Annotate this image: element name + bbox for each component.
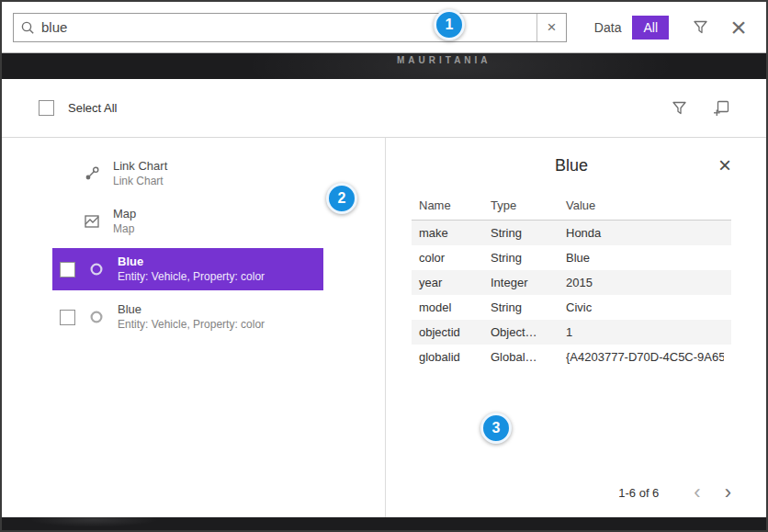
- clear-search-button[interactable]: ×: [536, 14, 566, 41]
- pagination: 1-6 of 6 ‹ ›: [618, 482, 731, 503]
- prev-page-button[interactable]: ‹: [694, 482, 700, 503]
- close-search-button[interactable]: ×: [722, 11, 755, 44]
- annotation-badge-3: 3: [480, 413, 512, 444]
- scope-data-segment[interactable]: Data: [583, 16, 633, 40]
- attr-value: {A4203777-D70D-4C5C-9A65-C…: [566, 350, 724, 364]
- results-list: Link Chart Link Chart Map Map: [52, 153, 323, 338]
- attr-type: Integer: [491, 276, 566, 289]
- attr-value: Blue: [566, 251, 724, 265]
- attr-type: Object…: [491, 325, 566, 339]
- table-row: color String Blue: [412, 245, 731, 270]
- result-checkbox[interactable]: [60, 310, 75, 325]
- attr-value: 1: [566, 325, 724, 339]
- results-filter-button[interactable]: [672, 100, 687, 116]
- result-subtitle: Entity: Vehicle, Property: color: [118, 318, 265, 333]
- list-item-map[interactable]: Map Map: [52, 200, 323, 243]
- annotation-badge-1: 1: [434, 9, 465, 40]
- result-title: Link Chart: [113, 159, 167, 175]
- next-page-button[interactable]: ›: [725, 482, 731, 503]
- attr-name: model: [419, 300, 491, 314]
- table-row: objectid Object… 1: [412, 320, 731, 345]
- attr-type: String: [491, 300, 566, 314]
- filter-icon: [693, 19, 708, 35]
- attr-name: color: [419, 251, 491, 265]
- panel-content: Link Chart Link Chart Map Map: [2, 138, 766, 517]
- result-checkbox[interactable]: [60, 262, 75, 277]
- panel-header-icons: [672, 100, 729, 117]
- detail-header: Blue ×: [412, 153, 731, 178]
- attr-type: String: [491, 251, 566, 265]
- result-text: Link Chart Link Chart: [113, 159, 167, 188]
- result-title: Blue: [118, 302, 265, 318]
- result-text: Blue Entity: Vehicle, Property: color: [118, 255, 265, 284]
- result-subtitle: Entity: Vehicle, Property: color: [118, 270, 265, 285]
- attr-name: make: [419, 226, 491, 240]
- search-bar: blue × Data All ×: [2, 2, 766, 53]
- list-item-link-chart[interactable]: Link Chart Link Chart: [52, 153, 323, 195]
- results-panel: Select All: [2, 79, 766, 517]
- attr-type: String: [491, 226, 566, 240]
- close-detail-button[interactable]: ×: [718, 153, 731, 178]
- result-title: Blue: [118, 255, 265, 270]
- attribute-table: Name Type Value make String Honda color …: [412, 193, 731, 369]
- search-input-box[interactable]: blue ×: [13, 13, 567, 42]
- select-all-checkbox[interactable]: [39, 100, 54, 116]
- result-subtitle: Link Chart: [113, 175, 167, 189]
- attr-name: objectid: [419, 325, 491, 339]
- result-text: Blue Entity: Vehicle, Property: color: [118, 302, 265, 332]
- attr-name: year: [419, 276, 491, 289]
- link-chart-icon: [82, 165, 102, 182]
- attr-type: Global…: [491, 350, 566, 364]
- scope-all-segment[interactable]: All: [632, 16, 669, 40]
- map-icon: [82, 213, 102, 230]
- result-text: Map Map: [113, 207, 136, 236]
- detail-title: Blue: [555, 156, 588, 175]
- attr-name: globalid: [419, 350, 491, 364]
- result-subtitle: Map: [113, 222, 136, 237]
- detail-panel: Blue × Name Type Value make String Honda: [385, 138, 766, 517]
- search-icon: [14, 20, 41, 35]
- filter-icon: [672, 100, 687, 116]
- result-title: Map: [113, 207, 136, 222]
- column-header: Value: [566, 198, 724, 212]
- entity-icon: [86, 262, 107, 277]
- results-panel-header: Select All: [2, 79, 766, 138]
- map-country-label: MAURITANIA: [397, 55, 491, 65]
- column-header: Type: [491, 198, 566, 212]
- attribute-table-header: Name Type Value: [412, 193, 731, 221]
- search-scope-segments: Data All: [583, 16, 669, 40]
- table-row: globalid Global… {A4203777-D70D-4C5C-9A6…: [412, 345, 731, 369]
- select-all-label: Select All: [68, 101, 117, 115]
- add-to-selection-button[interactable]: [713, 100, 729, 117]
- add-to-selection-icon: [713, 100, 729, 117]
- app-window: MAURITANIA blue × Data All × Select All: [0, 0, 768, 532]
- filter-button[interactable]: [683, 11, 717, 44]
- list-item-blue[interactable]: Blue Entity: Vehicle, Property: color: [52, 296, 323, 338]
- attr-value: 2015: [566, 276, 724, 289]
- column-header: Name: [419, 198, 491, 212]
- table-row: year Integer 2015: [412, 270, 731, 295]
- table-row: model String Civic: [412, 295, 731, 320]
- list-item-blue-selected[interactable]: Blue Entity: Vehicle, Property: color: [52, 248, 323, 290]
- attr-value: Honda: [566, 226, 724, 240]
- page-range-label: 1-6 of 6: [618, 486, 659, 500]
- entity-icon: [86, 310, 107, 324]
- annotation-badge-2: 2: [326, 183, 357, 214]
- select-all-control[interactable]: Select All: [39, 100, 117, 116]
- attr-value: Civic: [566, 300, 724, 314]
- attribute-table-body: make String Honda color String Blue year…: [412, 221, 731, 369]
- table-row: make String Honda: [412, 221, 731, 245]
